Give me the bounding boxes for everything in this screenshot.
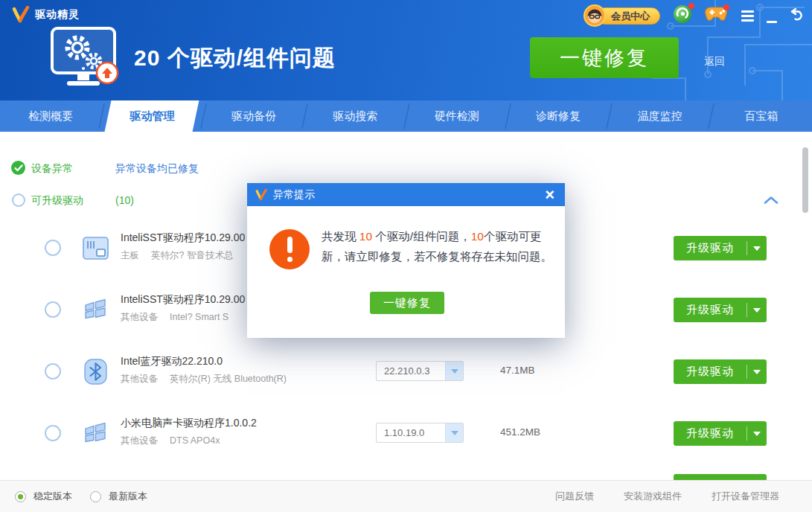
group-upgradable-label: 可升级驱动 xyxy=(31,194,83,208)
latest-version-label[interactable]: 最新版本 xyxy=(109,490,147,503)
tab-driver-management[interactable]: 驱动管理 xyxy=(101,100,202,132)
driver-category: 主板 xyxy=(121,250,139,260)
chevron-down-icon[interactable] xyxy=(747,359,767,384)
tab-hardware-check[interactable]: 硬件检测 xyxy=(406,100,508,132)
group-ok-check-icon xyxy=(11,161,25,175)
driver-category: 其他设备 xyxy=(121,374,158,384)
driver-checkbox[interactable] xyxy=(45,301,61,318)
driver-category: 其他设备 xyxy=(121,435,158,446)
main-menu-icon[interactable] xyxy=(741,10,754,22)
dialog-message: 共发现 10 个驱动/组件问题，10个驱动可更新，请立即修复，若不修复将存在未知… xyxy=(322,226,561,266)
version-select[interactable]: 1.10.19.0 xyxy=(376,423,464,443)
app-logo: 驱动精灵 xyxy=(10,6,80,24)
exit-back-icon[interactable] xyxy=(790,7,805,24)
open-device-manager-link[interactable]: 打开设备管理器 xyxy=(712,490,779,503)
computer-gears-illustration xyxy=(46,25,125,91)
app-logo-icon xyxy=(10,6,30,24)
fix-all-button[interactable]: 一键修复 xyxy=(530,37,679,78)
tab-toolbox[interactable]: 百宝箱 xyxy=(711,100,812,132)
tab-diagnose-repair[interactable]: 诊断修复 xyxy=(508,100,609,132)
minimize-icon[interactable] xyxy=(767,21,777,23)
driver-checkbox[interactable] xyxy=(45,363,61,380)
driver-category: 其他设备 xyxy=(121,312,158,322)
footer-bar: 稳定版本 最新版本 问题反馈 安装游戏组件 打开设备管理器 xyxy=(0,480,812,512)
driver-detail: DTS APO4x xyxy=(170,435,220,446)
version-select[interactable]: 22.210.0.3 xyxy=(376,361,464,381)
banner: 驱动精灵 会员中心 xyxy=(0,0,812,100)
chevron-down-icon[interactable] xyxy=(747,298,767,322)
stable-version-radio[interactable] xyxy=(15,491,26,502)
app-window: 驱动精灵 会员中心 xyxy=(0,0,812,512)
upgrade-driver-button[interactable]: 升级驱动 xyxy=(674,421,767,446)
titlebar-controls: 会员中心 xyxy=(584,4,805,28)
tab-detection-summary[interactable]: 检测概要 xyxy=(0,100,101,132)
dialog-fix-button[interactable]: 一键修复 xyxy=(370,292,444,314)
sound-card-icon xyxy=(82,234,109,265)
problem-count-title: 20 个驱动/组件问题 xyxy=(134,43,336,74)
tab-bar: 检测概要 驱动管理 驱动备份 驱动搜索 硬件检测 诊断修复 温度监控 百宝箱 xyxy=(0,100,812,132)
bluetooth-icon xyxy=(82,358,109,388)
warning-icon xyxy=(269,229,310,269)
avatar[interactable] xyxy=(584,4,606,27)
group-upgradable-count: (10) xyxy=(115,194,134,206)
upgrade-driver-button[interactable]: 升级驱动 xyxy=(674,359,767,384)
back-link[interactable]: 返回 xyxy=(704,55,725,68)
chevron-up-icon[interactable] xyxy=(764,194,779,208)
tab-driver-backup[interactable]: 驱动备份 xyxy=(203,100,304,132)
upgrade-driver-button[interactable]: 升级驱动 xyxy=(674,236,767,260)
app-title: 驱动精灵 xyxy=(35,8,80,22)
chevron-down-icon[interactable] xyxy=(445,362,463,380)
chevron-down-icon[interactable] xyxy=(747,421,767,446)
driver-row: 小米电脑声卡驱动程序1.0.0.2 其他设备DTS APO4x 1.10.19.… xyxy=(0,403,812,464)
notification-dot xyxy=(688,3,694,9)
driver-name: InteliSST驱动程序10.29.00 xyxy=(121,231,245,245)
upgrade-driver-button-partial[interactable] xyxy=(674,474,767,480)
driver-detail: 英特尔(R) 无线 Bluetooth(R) xyxy=(170,374,287,384)
driver-detail: Intel? Smart S xyxy=(170,312,228,322)
tab-driver-search[interactable]: 驱动搜索 xyxy=(304,100,406,132)
hardware-scan-icon[interactable] xyxy=(673,4,692,27)
upgrade-driver-button[interactable]: 升级驱动 xyxy=(674,298,767,322)
driver-name: 小米电脑声卡驱动程序1.0.0.2 xyxy=(121,417,257,430)
driver-detail: 英特尔? 智音技术总 xyxy=(151,250,233,260)
driver-checkbox[interactable] xyxy=(45,425,61,441)
group-device-abnormal-label: 设备异常 xyxy=(31,162,73,176)
notification-dot xyxy=(723,4,729,10)
dialog-title: 异常提示 xyxy=(273,188,315,202)
driver-size: 451.2MB xyxy=(500,426,540,438)
app-logo-icon xyxy=(255,189,267,201)
driver-name: InteliSST驱动程序10.29.00 xyxy=(121,293,245,307)
member-center-button[interactable]: 会员中心 xyxy=(584,4,660,27)
windows-icon xyxy=(82,420,109,450)
dialog-body: 共发现 10 个驱动/组件问题，10个驱动可更新，请立即修复，若不修复将存在未知… xyxy=(247,206,565,338)
feedback-link[interactable]: 问题反馈 xyxy=(555,490,594,503)
install-game-components-link[interactable]: 安装游戏组件 xyxy=(624,490,682,503)
tab-temperature-monitor[interactable]: 温度监控 xyxy=(609,100,710,132)
driver-row: Intel蓝牙驱动22.210.0 其他设备英特尔(R) 无线 Bluetoot… xyxy=(0,341,812,403)
scrollbar-thumb[interactable] xyxy=(802,147,808,213)
game-center-icon[interactable] xyxy=(705,6,727,25)
driver-checkbox[interactable] xyxy=(45,240,61,256)
chevron-down-icon[interactable] xyxy=(445,423,463,442)
close-icon[interactable]: × xyxy=(542,188,557,202)
stable-version-label[interactable]: 稳定版本 xyxy=(33,490,72,503)
chevron-down-icon[interactable] xyxy=(747,236,767,260)
windows-icon xyxy=(82,296,109,327)
group-device-abnormal-note: 异常设备均已修复 xyxy=(115,162,199,176)
group-upgradable-radio[interactable] xyxy=(12,193,25,207)
abnormal-alert-dialog: 异常提示 × 共发现 10 个驱动/组件问题，10个驱动可更新，请立即修复，若不… xyxy=(247,183,565,338)
dialog-titlebar: 异常提示 × xyxy=(247,183,565,206)
driver-size: 47.1MB xyxy=(500,365,535,376)
driver-name: Intel蓝牙驱动22.210.0 xyxy=(121,355,223,368)
latest-version-radio[interactable] xyxy=(90,491,101,502)
